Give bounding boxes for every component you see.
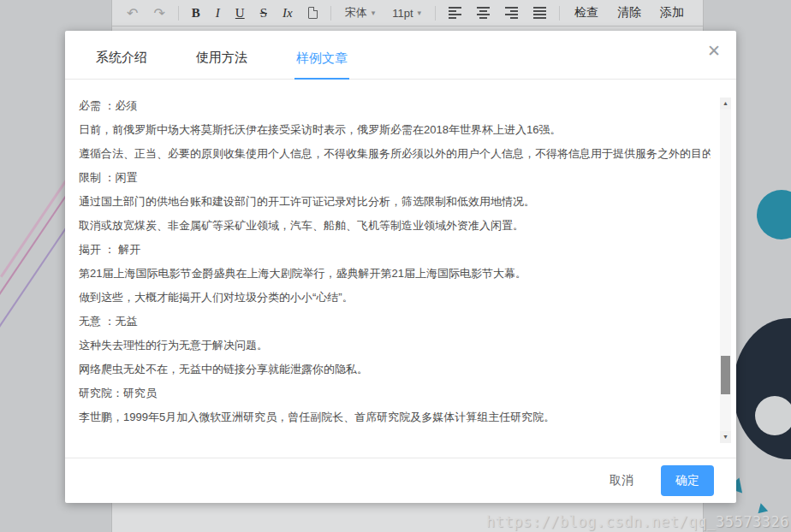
article-paragraph: 揭开 ： 解开 [79, 238, 711, 262]
article-paragraph: 这种失去理性的行为无意于解决问题。 [79, 334, 711, 358]
article-paragraph: 无意 ：无益 [79, 310, 711, 334]
tab-sample-article[interactable]: 样例文章 [294, 50, 349, 80]
scroll-up-icon[interactable]: ▲ [720, 98, 731, 109]
article-paragraph: 日前，前俄罗斯中场大将莫斯托沃伊在接受采访时表示，俄罗斯必需在2018年世界杯上… [79, 118, 711, 142]
watermark: https://blog.csdn.net/qq_35573326 [486, 513, 789, 530]
cancel-button[interactable]: 取消 [601, 466, 642, 495]
scroll-down-icon[interactable]: ▼ [720, 431, 731, 443]
article-paragraph: 李世鹏，1999年5月加入微软亚洲研究员，曾任副院长、首席研究院及多媒体计算组主… [79, 405, 711, 429]
article-paragraph: 取消或放宽煤炭、非金属矿等采矿业领域，汽车、船舶、飞机等制造业领域外资准入闲置。 [79, 214, 711, 238]
tab-usage[interactable]: 使用方法 [194, 50, 249, 79]
article-paragraph: 通过国土部门的供地台账和建设部门的开工许可证记录对比分析，筛选限制和低效用地情况… [79, 190, 711, 214]
article-paragraph: 做到这些，大概才能揭开人们对垃圾分类的小小“心结”。 [79, 286, 711, 310]
article-paragraph: 遵循合法、正当、必要的原则收集使用个人信息，不得收集服务所必须以外的用户个人信息… [79, 142, 711, 166]
article-content: 必需 ：必须 日前，前俄罗斯中场大将莫斯托沃伊在接受采访时表示，俄罗斯必需在20… [79, 80, 711, 433]
article-paragraph: 网络爬虫无处不在，无益中的链接分享就能泄露你的隐私。 [79, 358, 711, 381]
screen: ↶ ↷ B I U S Ix 宋体 ▾ 11pt ▾ 检查 清 [0, 0, 791, 532]
article-paragraph: 必需 ：必须 [79, 94, 711, 118]
article-paragraph: 第21届上海国际电影节金爵盛典在上海大剧院举行，盛典解开第21届上海国际电影节大… [79, 262, 711, 286]
article-paragraph: 研究院：研究员 [79, 381, 711, 405]
article-paragraph: 限制 ：闲置 [79, 166, 711, 190]
scrollbar-thumb[interactable] [721, 356, 730, 394]
close-icon[interactable]: ✕ [707, 43, 721, 59]
tab-bar: 系统介绍 使用方法 样例文章 [65, 31, 736, 80]
confirm-button[interactable]: 确定 [661, 465, 714, 496]
scrollbar[interactable]: ▲ ▼ [720, 98, 731, 443]
dialog: ✕ 系统介绍 使用方法 样例文章 必需 ：必须 日前，前俄罗斯中场大将莫斯托沃伊… [65, 31, 736, 503]
dialog-footer: 取消 确定 [65, 458, 736, 503]
tab-system-intro[interactable]: 系统介绍 [94, 50, 149, 79]
